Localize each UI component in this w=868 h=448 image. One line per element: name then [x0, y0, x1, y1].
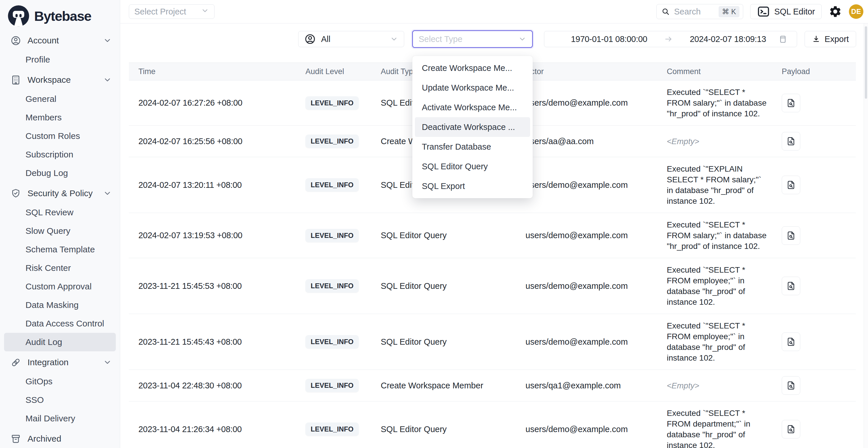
brand-name: Bytebase: [34, 8, 91, 24]
sidebar-item-general[interactable]: General: [4, 90, 116, 108]
cell-time: 2023-11-21 15:45:43 +08:00: [129, 337, 305, 347]
sidebar-item-sso[interactable]: SSO: [4, 391, 116, 409]
menu-item-sql-export[interactable]: SQL Export: [415, 176, 530, 196]
cell-payload: [782, 376, 856, 395]
audit-level-badge: LEVEL_INFO: [305, 135, 359, 148]
table-row: 2024-02-07 13:19:53 +08:00LEVEL_INFOSQL …: [129, 213, 856, 258]
payload-view-button[interactable]: [782, 332, 800, 351]
sql-editor-button[interactable]: SQL Editor: [750, 4, 822, 19]
cell-audit-type: SQL Editor Query: [381, 281, 526, 291]
sidebar-item-custom-roles[interactable]: Custom Roles: [4, 127, 116, 145]
sidebar-item-schema-template[interactable]: Schema Template: [4, 240, 116, 259]
menu-item-sql-editor-query[interactable]: SQL Editor Query: [415, 157, 530, 176]
sidebar-item-data-access-control[interactable]: Data Access Control: [4, 314, 116, 333]
avatar[interactable]: DE: [849, 4, 863, 19]
chevron-down-icon: [201, 7, 209, 17]
scrollbar-thumb[interactable]: [865, 26, 867, 99]
payload-view-button[interactable]: [782, 226, 800, 245]
payload-view-button[interactable]: [782, 94, 800, 112]
sidebar-item-label: Profile: [26, 55, 50, 65]
cell-actor: users/demo@example.com: [526, 98, 667, 108]
cell-payload: [782, 132, 856, 151]
sidebar-group-integration[interactable]: Integration: [4, 352, 116, 372]
cell-audit-level: LEVEL_INFO: [305, 96, 381, 110]
payload-view-button[interactable]: [782, 277, 800, 295]
sidebar-group-label: Account: [28, 36, 59, 45]
audit-level-badge: LEVEL_INFO: [305, 229, 359, 242]
sql-editor-label: SQL Editor: [774, 7, 815, 17]
brand-logo[interactable]: Bytebase: [0, 0, 120, 28]
sidebar: Bytebase AccountProfileWorkspaceGeneralM…: [0, 0, 120, 448]
sidebar-item-sql-review[interactable]: SQL Review: [4, 203, 116, 222]
sidebar-group-security-policy[interactable]: Security & Policy: [4, 184, 116, 203]
audit-level-badge: LEVEL_INFO: [305, 379, 359, 392]
menu-item-activate-workspace-me[interactable]: Activate Workspace Me...: [415, 98, 530, 117]
column-header-audit-level: Audit Level: [305, 67, 381, 76]
sidebar-group-archived[interactable]: Archived: [4, 429, 116, 448]
building-icon: [10, 75, 21, 85]
cell-time: 2024-02-07 16:27:26 +08:00: [129, 98, 305, 108]
menu-item-transfer-database[interactable]: Transfer Database: [415, 137, 530, 157]
sidebar-group-label: Archived: [28, 434, 61, 444]
cell-audit-type: SQL Editor Query: [381, 337, 526, 347]
audit-level-badge: LEVEL_INFO: [305, 178, 359, 192]
sidebar-item-data-masking[interactable]: Data Masking: [4, 296, 116, 314]
cell-time: 2023-11-04 22:48:30 +08:00: [129, 381, 305, 390]
cell-time: 2023-11-21 15:45:53 +08:00: [129, 281, 305, 291]
cell-time: 2024-02-07 13:20:11 +08:00: [129, 180, 305, 190]
cell-comment: Executed `"SELECT * FROM department;"` i…: [667, 408, 767, 448]
sidebar-item-gitops[interactable]: GitOps: [4, 372, 116, 391]
sidebar-item-debug-log[interactable]: Debug Log: [4, 164, 116, 182]
cell-comment: <Empty>: [667, 380, 767, 391]
sidebar-item-label: Data Masking: [26, 300, 79, 310]
sidebar-item-custom-approval[interactable]: Custom Approval: [4, 277, 116, 296]
actor-filter-select[interactable]: All: [298, 31, 404, 47]
vertical-scrollbar[interactable]: [864, 24, 868, 448]
sidebar-item-label: GitOps: [26, 377, 53, 386]
type-filter-select[interactable]: Select Type: [412, 30, 533, 48]
payload-view-button[interactable]: [782, 176, 800, 194]
payload-view-button[interactable]: [782, 376, 800, 395]
cell-audit-level: LEVEL_INFO: [305, 135, 381, 148]
sidebar-group-workspace[interactable]: Workspace: [4, 70, 116, 90]
audit-level-badge: LEVEL_INFO: [305, 279, 359, 293]
sidebar-item-label: Debug Log: [26, 168, 68, 178]
cell-payload: [782, 420, 856, 439]
menu-item-create-workspace-me[interactable]: Create Workspace Me...: [415, 58, 530, 78]
project-select[interactable]: Select Project: [129, 4, 215, 19]
payload-view-button[interactable]: [782, 132, 800, 151]
sidebar-item-slow-query[interactable]: Slow Query: [4, 222, 116, 240]
date-range-picker[interactable]: 1970-01-01 08:00:00 2024-02-07 18:09:13: [544, 31, 797, 47]
calendar-icon: [778, 34, 787, 44]
column-header-actor: Actor: [526, 67, 667, 76]
payload-view-button[interactable]: [782, 420, 800, 439]
sidebar-item-risk-center[interactable]: Risk Center: [4, 259, 116, 277]
sidebar-group-label: Integration: [28, 357, 69, 367]
cell-payload: [782, 277, 856, 295]
sidebar-item-profile[interactable]: Profile: [4, 50, 116, 69]
cell-payload: [782, 332, 856, 351]
cell-audit-level: LEVEL_INFO: [305, 229, 381, 242]
cell-comment: Executed `"SELECT * FROM employee;"` in …: [667, 264, 767, 307]
search-placeholder: Search: [674, 7, 701, 17]
sidebar-item-members[interactable]: Members: [4, 108, 116, 127]
cell-audit-level: LEVEL_INFO: [305, 178, 381, 192]
date-from-value[interactable]: 1970-01-01 08:00:00: [571, 34, 647, 44]
sidebar-item-subscription[interactable]: Subscription: [4, 145, 116, 164]
sidebar-item-mail-delivery[interactable]: Mail Delivery: [4, 409, 116, 428]
search-input[interactable]: Search ⌘ K: [656, 4, 743, 19]
sidebar-group-account[interactable]: Account: [4, 31, 116, 50]
app-root: Bytebase AccountProfileWorkspaceGeneralM…: [0, 0, 868, 448]
date-to-value[interactable]: 2024-02-07 18:09:13: [690, 34, 766, 44]
topbar: Select Project Search ⌘ K SQL Editor DE: [120, 0, 868, 24]
type-filter-placeholder: Select Type: [418, 34, 462, 44]
menu-item-deactivate-workspace[interactable]: Deactivate Workspace ...: [415, 117, 530, 137]
sidebar-item-label: Custom Roles: [26, 131, 80, 141]
sidebar-item-label: Subscription: [26, 150, 73, 159]
export-button[interactable]: Export: [805, 31, 856, 47]
menu-item-update-workspace-me[interactable]: Update Workspace Me...: [415, 78, 530, 98]
gear-icon[interactable]: [829, 5, 842, 18]
sidebar-item-label: Audit Log: [26, 337, 62, 347]
cell-actor: users/qa1@example.com: [526, 381, 667, 390]
sidebar-item-audit-log[interactable]: Audit Log: [4, 333, 116, 351]
